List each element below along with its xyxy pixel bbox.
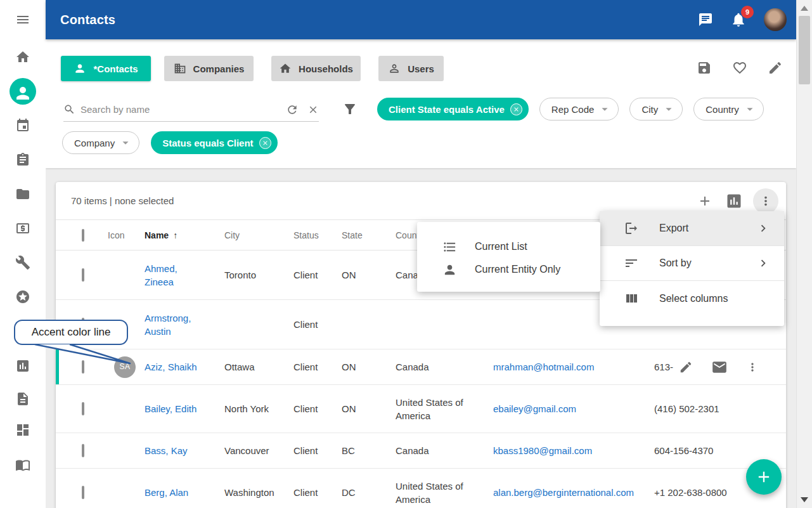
- contact-name-link[interactable]: Armstrong, Austin: [145, 313, 191, 337]
- row-checkbox[interactable]: [82, 486, 84, 499]
- column-header-name[interactable]: Name ↑: [138, 230, 218, 240]
- contact-email-link[interactable]: kbass1980@gmail.com: [493, 445, 592, 456]
- filter-chips-row-1: Client State equals Active Rep Code City…: [377, 98, 764, 120]
- sidebar-item-home[interactable]: [15, 49, 30, 65]
- submenu-item-label: Current List: [475, 241, 527, 252]
- tab-users[interactable]: Users: [378, 56, 444, 81]
- edit-view-icon[interactable]: [768, 60, 783, 75]
- contact-name-link[interactable]: Ahmed, Zineea: [145, 263, 177, 287]
- remove-filter-icon[interactable]: [510, 103, 522, 115]
- chip-country[interactable]: Country: [693, 98, 764, 120]
- contact-email-link[interactable]: alan.berg@berginternational.com: [493, 487, 634, 498]
- table-row[interactable]: Bass, Kay Vancouver Client BC Canada kba…: [56, 433, 786, 469]
- page-title: Contacts: [60, 13, 115, 27]
- sidebar-item-files[interactable]: [15, 186, 30, 202]
- callout-bubble: Accent color line: [14, 320, 128, 345]
- submenu-item-current-list[interactable]: Current List: [417, 235, 600, 258]
- menu-item-label: Select columns: [659, 293, 728, 304]
- table-row[interactable]: SA Aziz, Shaikh Ottawa Client ON Canada …: [56, 349, 786, 385]
- cell-state: BC: [335, 444, 389, 457]
- save-view-icon[interactable]: [697, 60, 712, 75]
- filter-chips-row-2: Company Status equals Client: [62, 131, 278, 154]
- menu-item-select-columns[interactable]: Select columns: [600, 281, 784, 316]
- table-row[interactable]: Berg, Alan Washington Client DC United S…: [56, 469, 786, 508]
- column-header-city[interactable]: City: [218, 230, 287, 240]
- column-header-icon[interactable]: Icon: [99, 230, 138, 240]
- export-icon: [624, 221, 639, 236]
- row-more-options-icon[interactable]: [746, 361, 759, 374]
- tab-contacts[interactable]: *Contacts: [61, 56, 151, 81]
- notification-badge: 9: [741, 6, 754, 18]
- contact-email-link[interactable]: ebailey@gmail.com: [493, 403, 576, 414]
- contact-name-link[interactable]: Berg, Alan: [145, 487, 188, 498]
- contact-name-link[interactable]: Bailey, Edith: [145, 403, 197, 414]
- column-header-state[interactable]: State: [335, 230, 389, 240]
- table-row[interactable]: Bailey, Edith North York Client ON Unite…: [56, 385, 786, 433]
- refresh-icon[interactable]: [286, 103, 299, 116]
- chart-view-icon[interactable]: [725, 192, 743, 210]
- row-checkbox[interactable]: [82, 444, 84, 457]
- submenu-item-current-entity[interactable]: Current Entity Only: [417, 258, 600, 281]
- row-checkbox[interactable]: [82, 402, 84, 415]
- contact-name-link[interactable]: Bass, Kay: [145, 445, 188, 456]
- cell-city: North York: [218, 402, 287, 415]
- tab-companies[interactable]: Companies: [164, 56, 254, 81]
- cell-phone: (416) 502-2301: [648, 402, 773, 415]
- chip-client-state[interactable]: Client State equals Active: [377, 98, 529, 120]
- filter-funnel-icon[interactable]: [342, 101, 358, 117]
- list-icon: [442, 240, 457, 254]
- chip-status[interactable]: Status equals Client: [151, 131, 277, 154]
- chip-label: City: [641, 104, 658, 115]
- sidebar-item-tools[interactable]: [15, 255, 30, 270]
- hamburger-menu-icon[interactable]: [15, 12, 30, 27]
- entity-tabs: *Contacts Companies Households Users: [61, 56, 444, 81]
- sidebar-item-directory[interactable]: [15, 457, 30, 472]
- chip-city[interactable]: City: [629, 98, 683, 120]
- cell-state: ON: [335, 360, 389, 374]
- notifications-bell-icon[interactable]: 9: [730, 11, 747, 28]
- select-all-checkbox[interactable]: [82, 229, 84, 242]
- sidebar-item-tasks[interactable]: [15, 152, 30, 167]
- contact-name-link[interactable]: Aziz, Shaikh: [145, 361, 197, 372]
- cell-status: Client: [287, 402, 335, 415]
- chevron-down-icon: [743, 102, 757, 116]
- search-input[interactable]: [81, 104, 281, 115]
- chip-company[interactable]: Company: [62, 131, 139, 154]
- sidebar-item-billing[interactable]: [15, 221, 30, 236]
- cell-country: Canada: [389, 444, 487, 457]
- sidebar-item-contacts[interactable]: [10, 78, 36, 105]
- chat-icon[interactable]: [698, 12, 713, 27]
- menu-item-label: Sort by: [659, 257, 692, 269]
- tab-households[interactable]: Households: [271, 56, 361, 81]
- sidebar-item-calendar[interactable]: [15, 118, 30, 133]
- sidebar-item-favorites[interactable]: [15, 289, 30, 304]
- more-options-icon[interactable]: [753, 188, 778, 214]
- sidebar-item-documents[interactable]: [15, 391, 30, 407]
- chip-rep-code[interactable]: Rep Code: [539, 98, 619, 120]
- menu-item-sort-by[interactable]: Sort by: [600, 246, 784, 281]
- cell-country: Canada: [389, 360, 487, 374]
- edit-contact-icon[interactable]: [679, 360, 693, 374]
- sidebar-item-dashboard[interactable]: [15, 422, 30, 438]
- scroll-down-arrow[interactable]: [801, 497, 808, 502]
- contact-email-link[interactable]: mrahman@hotmail.com: [493, 361, 594, 372]
- remove-filter-icon[interactable]: [259, 137, 271, 149]
- column-header-status[interactable]: Status: [287, 230, 335, 240]
- chip-label: Rep Code: [551, 104, 595, 115]
- user-avatar[interactable]: [764, 8, 787, 31]
- user-outline-icon: [388, 62, 401, 75]
- scroll-up-arrow[interactable]: [801, 6, 808, 11]
- scrollbar-thumb[interactable]: [799, 16, 810, 84]
- view-actions: [697, 60, 783, 75]
- menu-item-export[interactable]: Export: [600, 211, 784, 246]
- row-checkbox[interactable]: [82, 268, 84, 282]
- add-icon[interactable]: [695, 191, 715, 211]
- add-contact-fab[interactable]: [746, 459, 782, 495]
- clear-search-icon[interactable]: [307, 104, 319, 115]
- favorite-heart-icon[interactable]: [732, 60, 747, 75]
- items-summary: 70 items | none selected: [71, 195, 174, 206]
- cell-city: Washington: [218, 486, 287, 499]
- search-icon: [63, 103, 75, 115]
- email-contact-icon[interactable]: [711, 359, 728, 375]
- cell-state: DC: [335, 486, 389, 499]
